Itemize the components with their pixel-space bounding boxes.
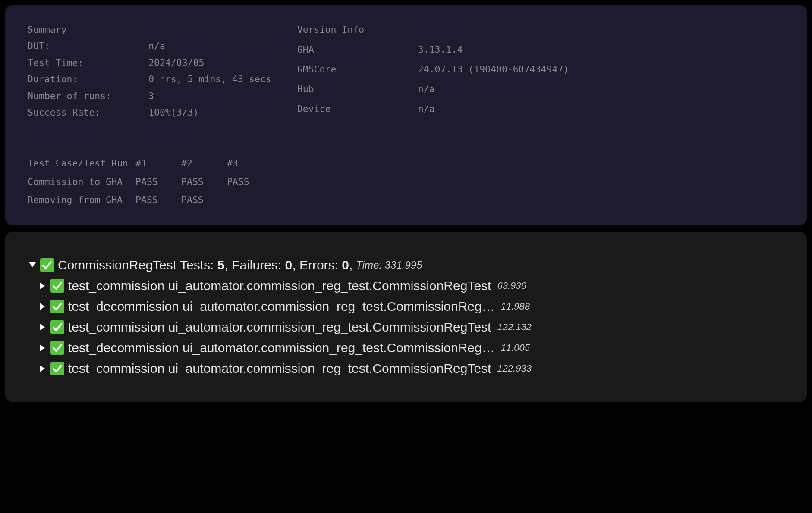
success-rate-value: 100%(3/3)	[148, 104, 271, 121]
runs-header-1: #1	[135, 155, 181, 172]
device-value: n/a	[418, 101, 569, 121]
test-method: test_commission	[68, 278, 168, 293]
runs-row2-label: Removing from GHA	[28, 192, 135, 208]
gmscore-value: 24.07.13 (190400-607434947)	[418, 61, 569, 81]
check-pass-icon	[40, 258, 54, 272]
test-row[interactable]: test_decommission ui_automator.commissio…	[39, 299, 790, 314]
test-method: test_decommission	[68, 341, 183, 355]
test-path: ui_automator.commission_reg_test.Commiss…	[183, 341, 495, 355]
runs-header-2: #2	[181, 155, 227, 172]
runs-header-case: Test Case/Test Run	[28, 155, 135, 172]
test-name: test_commission ui_automator.commission_…	[68, 361, 491, 376]
test-method: test_commission	[68, 361, 168, 375]
test-row[interactable]: test_commission ui_automator.commission_…	[39, 361, 790, 376]
collapse-icon[interactable]	[28, 261, 36, 269]
test-suite-row[interactable]: CommissionRegTest Tests: 5, Failures: 0,…	[28, 258, 790, 272]
hub-value: n/a	[418, 81, 569, 101]
svg-rect-7	[50, 320, 64, 334]
svg-rect-5	[50, 300, 64, 313]
version-info-title: Version Info	[297, 22, 569, 41]
svg-marker-10	[40, 365, 45, 372]
errors-value: 0	[342, 258, 349, 272]
runs-row2-r2: PASS	[181, 192, 227, 208]
num-runs-label: Number of runs:	[28, 88, 148, 104]
svg-rect-9	[50, 341, 64, 355]
runs-row1-r1: PASS	[135, 174, 181, 190]
runs-row2-r3	[227, 192, 273, 208]
test-path: ui_automator.commission_reg_test.Commiss…	[168, 320, 491, 334]
svg-marker-0	[29, 262, 36, 267]
suite-stats: Tests: 5, Failures: 0, Errors: 0,	[180, 258, 352, 272]
expand-icon[interactable]	[39, 323, 47, 331]
expand-icon[interactable]	[39, 282, 47, 290]
errors-label: , Errors:	[292, 258, 342, 272]
summary-left: Summary DUT: n/a Test Time: 2024/03/05 D…	[28, 22, 271, 121]
svg-rect-11	[50, 362, 64, 375]
svg-marker-8	[40, 344, 45, 351]
test-path: ui_automator.commission_reg_test.Commiss…	[168, 278, 491, 293]
test-name: test_decommission ui_automator.commissio…	[68, 341, 495, 355]
check-pass-icon	[50, 320, 65, 335]
summary-title: Summary	[28, 22, 271, 38]
runs-row2-r1: PASS	[135, 192, 181, 208]
test-time: 11.988	[501, 301, 530, 312]
duration-label: Duration:	[28, 71, 148, 88]
num-runs-value: 3	[148, 88, 271, 104]
duration-value: 0 hrs, 5 mins, 43 secs	[148, 71, 271, 88]
suite-name: CommissionRegTest	[58, 258, 176, 272]
runs-header-3: #3	[227, 155, 273, 172]
test-name: test_commission ui_automator.commission_…	[68, 278, 491, 293]
dut-value: n/a	[148, 38, 271, 54]
gha-label: GHA	[297, 41, 418, 61]
test-row[interactable]: test_commission ui_automator.commission_…	[39, 320, 790, 335]
test-time: 63.936	[497, 280, 526, 291]
test-time: 11.005	[501, 342, 530, 353]
test-row[interactable]: test_commission ui_automator.commission_…	[39, 278, 790, 293]
check-pass-icon	[50, 361, 65, 376]
summary-panel: Summary DUT: n/a Test Time: 2024/03/05 D…	[5, 5, 807, 225]
success-rate-label: Success Rate:	[28, 104, 148, 121]
failures-label: , Failures:	[224, 258, 285, 272]
test-path: ui_automator.commission_reg_test.Commiss…	[168, 361, 491, 375]
check-pass-icon	[50, 341, 65, 355]
summary-columns: Summary DUT: n/a Test Time: 2024/03/05 D…	[28, 22, 784, 121]
svg-marker-2	[40, 282, 45, 289]
gmscore-label: GMSCore	[297, 61, 418, 81]
test-path: ui_automator.commission_reg_test.Commiss…	[183, 299, 495, 313]
expand-icon[interactable]	[39, 303, 47, 310]
suite-time: Time: 331.995	[356, 259, 422, 271]
expand-icon[interactable]	[39, 365, 47, 372]
svg-marker-6	[40, 324, 45, 331]
test-row[interactable]: test_decommission ui_automator.commissio…	[39, 341, 790, 355]
runs-table: Test Case/Test Run #1 #2 #3 Commission t…	[28, 155, 784, 208]
test-time: 122.132	[497, 322, 532, 333]
version-info-right: Version Info GHA 3.13.1.4 GMSCore 24.07.…	[297, 22, 569, 121]
runs-row1-r3: PASS	[227, 174, 273, 190]
time-label: Time:	[356, 259, 384, 271]
svg-rect-1	[40, 258, 54, 272]
test-name: test_decommission ui_automator.commissio…	[68, 299, 495, 314]
dut-label: DUT:	[28, 38, 148, 54]
runs-row1-label: Commission to GHA	[28, 174, 135, 190]
tests-label: Tests:	[180, 258, 217, 272]
svg-marker-4	[40, 303, 45, 310]
test-method: test_commission	[68, 320, 168, 334]
failures-value: 0	[285, 258, 293, 272]
test-time: 122.933	[497, 363, 532, 374]
test-time-value: 2024/03/05	[148, 55, 271, 71]
test-tree-panel: CommissionRegTest Tests: 5, Failures: 0,…	[5, 232, 807, 402]
test-name: test_commission ui_automator.commission_…	[68, 320, 491, 335]
expand-icon[interactable]	[39, 344, 47, 352]
device-label: Device	[297, 101, 418, 121]
svg-rect-3	[50, 279, 64, 293]
test-time-label: Test Time:	[28, 55, 148, 71]
stats-comma: ,	[349, 258, 352, 272]
check-pass-icon	[50, 278, 65, 293]
tests-value: 5	[217, 258, 225, 272]
gha-value: 3.13.1.4	[418, 41, 569, 61]
time-value: 331.995	[385, 259, 422, 271]
hub-label: Hub	[297, 81, 418, 101]
check-pass-icon	[50, 299, 65, 314]
test-method: test_decommission	[68, 299, 183, 313]
runs-row1-r2: PASS	[181, 174, 227, 190]
